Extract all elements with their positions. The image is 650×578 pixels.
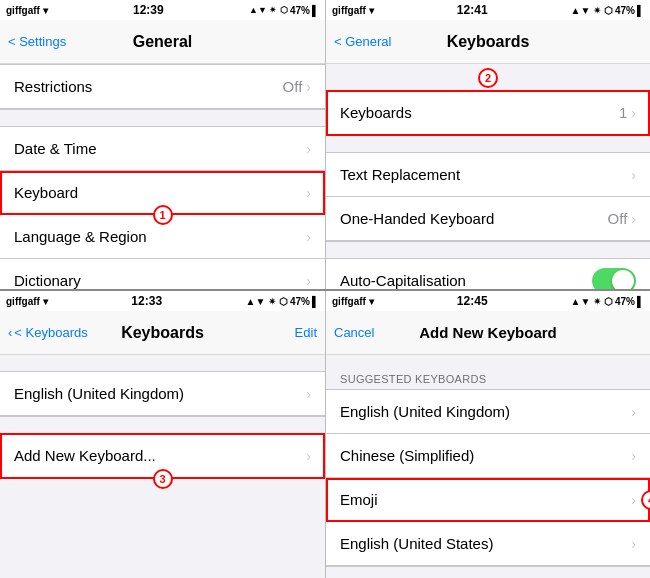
- battery-icon-p4: ▌: [637, 296, 644, 307]
- english-uk-chevron-p3: ›: [306, 386, 311, 402]
- english-uk-value-p3: ›: [306, 386, 311, 402]
- battery-area-p4: ▲▼ ✴ ⬡ 47% ▌: [571, 296, 644, 307]
- list-item-english-uk-p4[interactable]: English (United Kingdom) ›: [326, 390, 650, 434]
- datetime-label: Date & Time: [14, 140, 97, 157]
- battery-p2: 47%: [615, 5, 635, 16]
- list-item-datetime[interactable]: Date & Time ›: [0, 127, 325, 171]
- carrier-signal-p3: giffgaff ▾: [6, 296, 48, 307]
- list-item-text-replacement[interactable]: Text Replacement ›: [326, 153, 650, 197]
- toggle-knob: [612, 270, 634, 290]
- carrier-p1: giffgaff: [6, 5, 40, 16]
- chinese-simplified-chevron: ›: [631, 448, 636, 464]
- main-layout: giffgaff ▾ 12:39 ▲▼ ✴ ⬡ 47% ▌ < Settings…: [0, 0, 650, 578]
- chinese-simplified-label: Chinese (Simplified): [340, 447, 474, 464]
- auto-cap-toggle[interactable]: [592, 268, 636, 290]
- chinese-simplified-value: ›: [631, 448, 636, 464]
- restrictions-label: Restrictions: [14, 78, 92, 95]
- carrier-signal-p2: giffgaff ▾: [332, 5, 374, 16]
- annotation-2-container: 2: [326, 64, 650, 90]
- battery-p4: 47%: [615, 296, 635, 307]
- time-p4: 12:45: [457, 294, 488, 308]
- signal-bars-p2: ▲▼ ✴ ⬡: [571, 5, 613, 16]
- list-item-emoji[interactable]: Emoji › 4: [326, 478, 650, 522]
- english-us-label: English (United States): [340, 535, 493, 552]
- language-label: Language & Region: [14, 228, 147, 245]
- nav-back-p2[interactable]: < General: [334, 34, 391, 49]
- one-handed-label: One-Handed Keyboard: [340, 210, 494, 227]
- keyboard-chevron: ›: [306, 185, 311, 201]
- time-p2: 12:41: [457, 3, 488, 17]
- nav-back-chevron-p3: ‹: [8, 325, 12, 340]
- carrier-p4: giffgaff: [332, 296, 366, 307]
- add-keyboard-label: Add New Keyboard...: [14, 447, 156, 464]
- section-text-options: Text Replacement › One-Handed Keyboard O…: [326, 152, 650, 242]
- annotation-2: 2: [478, 68, 498, 88]
- battery-p3: 47%: [290, 296, 310, 307]
- nav-back-p3[interactable]: ‹ < Keyboards: [8, 325, 88, 340]
- restrictions-chevron: ›: [306, 79, 311, 95]
- signal-bars-p1: ▲▼ ✴ ⬡: [249, 5, 288, 15]
- section-datetime-etc: Date & Time › Keyboard › 1: [0, 126, 325, 289]
- nav-right-p3[interactable]: Edit: [295, 325, 317, 340]
- english-us-chevron: ›: [631, 536, 636, 552]
- carrier-p2: giffgaff: [332, 5, 366, 16]
- top-row: giffgaff ▾ 12:39 ▲▼ ✴ ⬡ 47% ▌ < Settings…: [0, 0, 650, 289]
- english-uk-label-p3: English (United Kingdom): [14, 385, 184, 402]
- wifi-icon-p2: ▾: [369, 5, 374, 16]
- section-auto-cap: Auto-Capitalisation: [326, 258, 650, 289]
- annotation-1: 1: [153, 205, 173, 225]
- datetime-chevron: ›: [306, 141, 311, 157]
- list-item-english-uk-p3[interactable]: English (United Kingdom) ›: [0, 372, 325, 416]
- nav-cancel-p4[interactable]: Cancel: [334, 325, 374, 340]
- english-uk-value-p4: ›: [631, 404, 636, 420]
- time-p1: 12:39: [133, 3, 164, 17]
- signal-bars-p3: ▲▼ ✴ ⬡: [246, 296, 288, 307]
- battery-icon-p3: ▌: [312, 296, 319, 307]
- datetime-value: ›: [306, 141, 311, 157]
- status-bar-panel4: giffgaff ▾ 12:45 ▲▼ ✴ ⬡ 47% ▌: [326, 291, 650, 311]
- signal-bars-p4: ▲▼ ✴ ⬡: [571, 296, 613, 307]
- dictionary-value: ›: [306, 273, 311, 289]
- nav-bar-panel3: ‹ < Keyboards Keyboards Edit: [0, 311, 325, 355]
- keyboards-count-value: 1 ›: [619, 104, 636, 121]
- add-keyboard-chevron: ›: [306, 448, 311, 464]
- battery-area-p1: ▲▼ ✴ ⬡ 47% ▌: [249, 5, 319, 16]
- one-handed-chevron: ›: [631, 211, 636, 227]
- nav-title-p1: General: [133, 33, 193, 51]
- emoji-label: Emoji: [340, 491, 378, 508]
- restrictions-value: Off ›: [283, 78, 311, 95]
- keyboards-count-label: Keyboards: [340, 104, 412, 121]
- list-item-keyboards-count[interactable]: Keyboards 1 ›: [326, 91, 650, 135]
- list-item-restrictions[interactable]: Restrictions Off ›: [0, 65, 325, 109]
- panel-add-keyboard: giffgaff ▾ 12:45 ▲▼ ✴ ⬡ 47% ▌ Cancel Add…: [325, 291, 650, 578]
- list-item-chinese-simplified[interactable]: Chinese (Simplified) ›: [326, 434, 650, 478]
- nav-bar-panel2: < General Keyboards: [326, 20, 650, 64]
- list-item-english-us[interactable]: English (United States) ›: [326, 522, 650, 566]
- battery-p1: 47%: [290, 5, 310, 16]
- list-item-keyboard[interactable]: Keyboard › 1: [0, 171, 325, 215]
- annotation-3: 3: [153, 469, 173, 489]
- one-handed-value: Off ›: [608, 210, 636, 227]
- suggested-keyboards-header: SUGGESTED KEYBOARDS: [326, 371, 650, 389]
- section-keyboards-count: Keyboards 1 ›: [326, 90, 650, 136]
- wifi-icon-p3: ▾: [43, 296, 48, 307]
- battery-icon-p1: ▌: [312, 5, 319, 16]
- add-keyboard-value: ›: [306, 448, 311, 464]
- status-bar-panel1: giffgaff ▾ 12:39 ▲▼ ✴ ⬡ 47% ▌: [0, 0, 325, 20]
- content-panel4: SUGGESTED KEYBOARDS English (United King…: [326, 355, 650, 578]
- text-replacement-value: ›: [631, 167, 636, 183]
- list-item-one-handed[interactable]: One-Handed Keyboard Off ›: [326, 197, 650, 241]
- language-value: ›: [306, 229, 311, 245]
- language-chevron: ›: [306, 229, 311, 245]
- bottom-row: giffgaff ▾ 12:33 ▲▼ ✴ ⬡ 47% ▌ ‹ < Keyboa…: [0, 289, 650, 578]
- list-item-auto-cap[interactable]: Auto-Capitalisation: [326, 259, 650, 289]
- status-bar-panel3: giffgaff ▾ 12:33 ▲▼ ✴ ⬡ 47% ▌: [0, 291, 325, 311]
- section-restrictions: Restrictions Off ›: [0, 64, 325, 110]
- panel-keyboards-settings: giffgaff ▾ 12:41 ▲▼ ✴ ⬡ 47% ▌ < General …: [325, 0, 650, 289]
- status-bar-panel2: giffgaff ▾ 12:41 ▲▼ ✴ ⬡ 47% ▌: [326, 0, 650, 20]
- time-p3: 12:33: [131, 294, 162, 308]
- section-english-uk: English (United Kingdom) ›: [0, 371, 325, 417]
- suggested-keyboards-list: English (United Kingdom) › Chinese (Simp…: [326, 389, 650, 567]
- list-item-dictionary[interactable]: Dictionary ›: [0, 259, 325, 289]
- nav-back-p1[interactable]: < Settings: [8, 34, 66, 49]
